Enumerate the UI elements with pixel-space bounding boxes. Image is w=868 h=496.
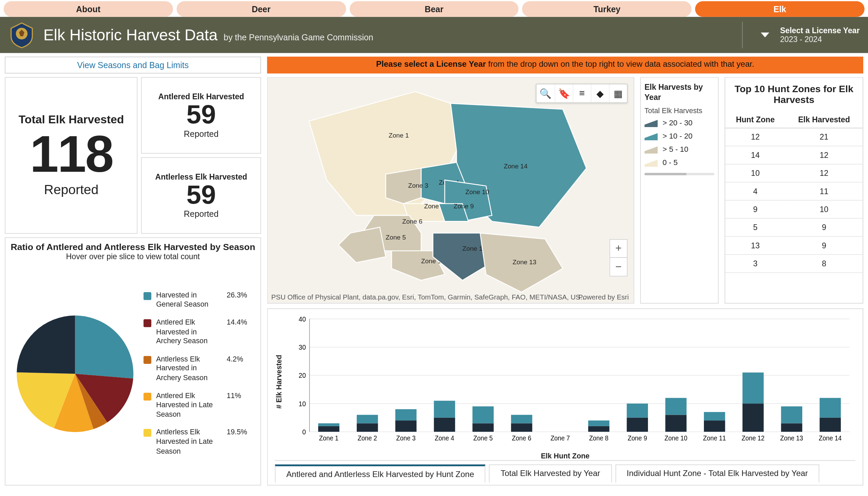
- map-layers-button[interactable]: ◆: [590, 84, 609, 102]
- bar-segment[interactable]: [318, 423, 340, 426]
- bar-segment[interactable]: [318, 426, 340, 432]
- bar-segment[interactable]: [627, 403, 648, 418]
- bar-segment[interactable]: [665, 398, 687, 415]
- bar-segment[interactable]: [588, 426, 610, 432]
- legend-pct: 14.4%: [227, 318, 252, 327]
- tab-bear[interactable]: Bear: [349, 1, 519, 17]
- tab-turkey[interactable]: Turkey: [522, 1, 691, 17]
- legend-pct: 4.2%: [227, 355, 252, 363]
- bar-segment[interactable]: [511, 415, 532, 423]
- bar-segment[interactable]: [627, 418, 648, 432]
- main-tabs: AboutDeerBearTurkeyElk: [0, 0, 868, 17]
- x-tick-label: Zone 11: [703, 435, 726, 442]
- table-header[interactable]: Elk Harvested: [785, 111, 863, 128]
- bar-segment[interactable]: [472, 406, 494, 423]
- y-tick-label: 40: [299, 315, 306, 323]
- bar-segment[interactable]: [743, 373, 764, 404]
- map-basemap-button[interactable]: ▦: [609, 84, 627, 102]
- map-search-button[interactable]: 🔍: [536, 84, 554, 102]
- license-year-dropdown[interactable]: Select a License Year 2023 - 2024: [742, 22, 860, 48]
- page-subtitle: by the Pennsylvania Game Commission: [224, 32, 373, 42]
- bar-segment[interactable]: [704, 420, 725, 432]
- table-row[interactable]: 910: [725, 200, 863, 218]
- map-panel[interactable]: Zone 1Zone 14Zone 4Zone 3Zone 10Zone 8Zo…: [267, 77, 634, 304]
- pie-chart[interactable]: [10, 309, 140, 438]
- bar-segment[interactable]: [820, 398, 841, 417]
- x-tick-label: Zone 9: [628, 435, 647, 442]
- x-tick-label: Zone 6: [512, 435, 531, 442]
- map-legend-item: > 20 - 30: [645, 119, 714, 127]
- bar-chart[interactable]: 010203040Zone 1Zone 2Zone 3Zone 4Zone 5Z…: [286, 313, 855, 451]
- map-legend-button[interactable]: ≡: [573, 84, 590, 102]
- table-row[interactable]: 1012: [725, 164, 863, 182]
- legend-swatch: [144, 319, 151, 327]
- tab-elk[interactable]: Elk: [695, 1, 864, 17]
- header-bar: Elk Historic Harvest Data by the Pennsyl…: [0, 17, 868, 53]
- bar-segment[interactable]: [357, 415, 378, 423]
- pie-legend-item: Antlered Elk Harvested in Archery Season…: [144, 318, 252, 346]
- bar-chart-tabs: Antlered and Antlerless Elk Harvested by…: [275, 460, 855, 482]
- map-legend-item: > 10 - 20: [645, 132, 714, 140]
- x-tick-label: Zone 4: [435, 435, 454, 442]
- tab-about[interactable]: About: [4, 1, 173, 17]
- map-zoom-controls: + −: [610, 239, 628, 277]
- map-legend-label: > 20 - 30: [662, 119, 692, 127]
- chart-tab[interactable]: Individual Hunt Zone - Total Elk Harvest…: [615, 465, 819, 482]
- map-zone[interactable]: [339, 227, 386, 263]
- bar-segment[interactable]: [472, 423, 494, 432]
- bar-segment[interactable]: [704, 412, 725, 420]
- bar-segment[interactable]: [781, 423, 803, 432]
- table-cell: 13: [725, 236, 785, 254]
- bar-segment[interactable]: [588, 420, 610, 426]
- pie-legend[interactable]: Harvested in General Season 26.3% Antler…: [144, 291, 256, 456]
- bar-segment[interactable]: [434, 418, 455, 432]
- pie-slice[interactable]: [75, 315, 133, 378]
- bar-segment[interactable]: [665, 415, 687, 432]
- table-header[interactable]: Hunt Zone: [725, 111, 785, 128]
- bar-segment[interactable]: [743, 403, 764, 432]
- map-attribution: PSU Office of Physical Plant, data.pa.go…: [271, 293, 586, 300]
- tab-deer[interactable]: Deer: [177, 1, 346, 17]
- map-bookmark-button[interactable]: 🔖: [555, 84, 573, 102]
- table-row[interactable]: 1412: [725, 146, 863, 164]
- legend-swatch: [144, 393, 151, 401]
- map-legend-item: > 5 - 10: [645, 145, 714, 154]
- chevron-down-icon: [761, 32, 769, 37]
- view-seasons-link[interactable]: View Seasons and Bag Limits: [5, 57, 261, 74]
- chart-tab[interactable]: Total Elk Harvested by Year: [489, 465, 612, 482]
- bar-segment[interactable]: [434, 401, 455, 418]
- y-tick-label: 10: [299, 400, 306, 407]
- map-zoom-out[interactable]: −: [610, 258, 627, 276]
- pie-chart-panel: Ratio of Antlered and Antleress Elk Harv…: [5, 237, 261, 486]
- table-row[interactable]: 1221: [725, 128, 863, 146]
- table-cell: 9: [785, 236, 863, 254]
- choropleth-map[interactable]: Zone 1Zone 14Zone 4Zone 3Zone 10Zone 8Zo…: [268, 78, 633, 303]
- bar-segment[interactable]: [395, 409, 417, 420]
- pie-title: Ratio of Antlered and Antleress Elk Harv…: [10, 242, 256, 252]
- year-selector-label: Select a License Year: [780, 26, 860, 35]
- bar-segment[interactable]: [820, 418, 841, 432]
- top10-table[interactable]: Hunt ZoneElk Harvested122114121012411910…: [725, 111, 863, 303]
- map-zoom-in[interactable]: +: [610, 240, 627, 258]
- map-legend-item: 0 - 5: [645, 158, 714, 167]
- legend-label: Antlered Elk Harvested in Archery Season: [156, 318, 222, 346]
- map-legend-scrollbar[interactable]: [645, 173, 714, 175]
- map-zone-label: Zone 1: [389, 132, 409, 139]
- table-row[interactable]: 38: [725, 254, 863, 273]
- bar-segment[interactable]: [357, 423, 378, 432]
- table-row[interactable]: 59: [725, 218, 863, 236]
- table-cell: 9: [725, 200, 785, 218]
- map-zone-label: Zone 9: [454, 203, 474, 210]
- bar-segment[interactable]: [395, 420, 417, 432]
- bar-segment[interactable]: [781, 406, 803, 423]
- chart-tab[interactable]: Antlered and Antlerless Elk Harvested by…: [275, 465, 485, 482]
- antlerless-panel: Antlerless Elk Harvested 59 Reported: [141, 157, 261, 234]
- qr-icon: ▦: [614, 88, 623, 99]
- svg-marker-1: [645, 120, 658, 127]
- total-reported: Reported: [44, 182, 99, 198]
- bar-segment[interactable]: [511, 423, 532, 432]
- pie-slice[interactable]: [17, 315, 75, 373]
- table-row[interactable]: 411: [725, 182, 863, 200]
- x-tick-label: Zone 5: [473, 435, 493, 442]
- table-row[interactable]: 139: [725, 236, 863, 254]
